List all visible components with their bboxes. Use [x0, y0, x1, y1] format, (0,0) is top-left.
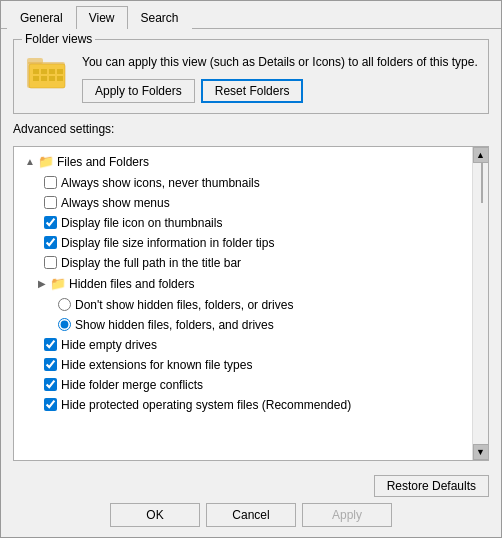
cancel-button[interactable]: Cancel: [206, 503, 296, 527]
always-show-menus-checkbox[interactable]: [44, 196, 57, 209]
display-file-size-label: Display file size information in folder …: [61, 234, 274, 252]
scroll-down-button[interactable]: ▼: [473, 444, 489, 460]
always-show-icons-label: Always show icons, never thumbnails: [61, 174, 260, 192]
svg-rect-1: [27, 58, 43, 64]
list-item[interactable]: Hide protected operating system files (R…: [14, 395, 472, 415]
tab-bar: General View Search: [1, 1, 501, 29]
svg-rect-8: [33, 76, 39, 81]
list-item[interactable]: Display file icon on thumbnails: [14, 213, 472, 233]
advanced-settings-box: ▲ 📁 Files and Folders Always show icons,…: [13, 146, 489, 461]
svg-rect-4: [33, 69, 39, 74]
show-hidden-label: Show hidden files, folders, and drives: [75, 316, 274, 334]
scrollbar[interactable]: ▲ ▼: [472, 147, 488, 460]
display-file-icon-label: Display file icon on thumbnails: [61, 214, 222, 232]
apply-button[interactable]: Apply: [302, 503, 392, 527]
display-file-size-checkbox[interactable]: [44, 236, 57, 249]
folder-views-section: Folder views: [13, 39, 489, 114]
svg-rect-5: [41, 69, 47, 74]
bottom-area: Restore Defaults OK Cancel Apply: [1, 471, 501, 537]
folder-options-dialog: General View Search Folder views: [0, 0, 502, 538]
list-item[interactable]: Always show menus: [14, 193, 472, 213]
apply-to-folders-button[interactable]: Apply to Folders: [82, 79, 195, 103]
svg-rect-9: [41, 76, 47, 81]
list-item[interactable]: Hide folder merge conflicts: [14, 375, 472, 395]
folder-views-inner: You can apply this view (such as Details…: [24, 48, 478, 103]
show-hidden-radio[interactable]: [58, 318, 71, 331]
list-item[interactable]: Hide empty drives: [14, 335, 472, 355]
category-label: Files and Folders: [57, 153, 149, 171]
dont-show-hidden-label: Don't show hidden files, folders, or dri…: [75, 296, 293, 314]
list-item[interactable]: Display the full path in the title bar: [14, 253, 472, 273]
advanced-settings-label: Advanced settings:: [13, 122, 489, 136]
always-show-icons-checkbox[interactable]: [44, 176, 57, 189]
dont-show-hidden-radio[interactable]: [58, 298, 71, 311]
reset-folders-button[interactable]: Reset Folders: [201, 79, 304, 103]
hide-protected-files-checkbox[interactable]: [44, 398, 57, 411]
scroll-up-button[interactable]: ▲: [473, 147, 489, 163]
hidden-files-label: Hidden files and folders: [69, 275, 194, 293]
ok-button[interactable]: OK: [110, 503, 200, 527]
list-item[interactable]: Display file size information in folder …: [14, 233, 472, 253]
expand-arrow-icon: ▲: [22, 153, 38, 171]
list-item[interactable]: ▶ 📁 Hidden files and folders: [14, 273, 472, 295]
restore-defaults-button[interactable]: Restore Defaults: [374, 475, 489, 497]
svg-rect-6: [49, 69, 55, 74]
list-item[interactable]: Always show icons, never thumbnails: [14, 173, 472, 193]
display-full-path-checkbox[interactable]: [44, 256, 57, 269]
hidden-folder-icon: 📁: [50, 275, 66, 293]
svg-rect-10: [49, 76, 55, 81]
hide-empty-drives-checkbox[interactable]: [44, 338, 57, 351]
list-item[interactable]: Don't show hidden files, folders, or dri…: [14, 295, 472, 315]
hide-protected-files-label: Hide protected operating system files (R…: [61, 396, 351, 414]
hide-merge-conflicts-checkbox[interactable]: [44, 378, 57, 391]
list-item[interactable]: Show hidden files, folders, and drives: [14, 315, 472, 335]
folder-views-description: You can apply this view (such as Details…: [82, 52, 478, 71]
list-item[interactable]: ▲ 📁 Files and Folders: [14, 151, 472, 173]
tab-general[interactable]: General: [7, 6, 76, 29]
scroll-thumb[interactable]: [481, 163, 483, 203]
hidden-expand-icon: ▶: [34, 275, 50, 293]
restore-row: Restore Defaults: [13, 475, 489, 497]
folder-views-right: You can apply this view (such as Details…: [82, 52, 478, 103]
folder-views-label: Folder views: [22, 32, 95, 46]
hide-extensions-checkbox[interactable]: [44, 358, 57, 371]
folder-views-buttons: Apply to Folders Reset Folders: [82, 79, 478, 103]
action-row: OK Cancel Apply: [13, 503, 489, 527]
display-full-path-label: Display the full path in the title bar: [61, 254, 241, 272]
always-show-menus-label: Always show menus: [61, 194, 170, 212]
folder-icon: [24, 52, 72, 92]
folder-category-icon: 📁: [38, 153, 54, 171]
tab-content-view: Folder views: [1, 29, 501, 471]
svg-rect-11: [57, 76, 63, 81]
hide-extensions-label: Hide extensions for known file types: [61, 356, 252, 374]
tab-search[interactable]: Search: [128, 6, 192, 29]
list-item[interactable]: Hide extensions for known file types: [14, 355, 472, 375]
svg-rect-7: [57, 69, 63, 74]
tab-view[interactable]: View: [76, 6, 128, 29]
tree-content[interactable]: ▲ 📁 Files and Folders Always show icons,…: [14, 147, 472, 460]
hide-merge-conflicts-label: Hide folder merge conflicts: [61, 376, 203, 394]
display-file-icon-checkbox[interactable]: [44, 216, 57, 229]
hide-empty-drives-label: Hide empty drives: [61, 336, 157, 354]
